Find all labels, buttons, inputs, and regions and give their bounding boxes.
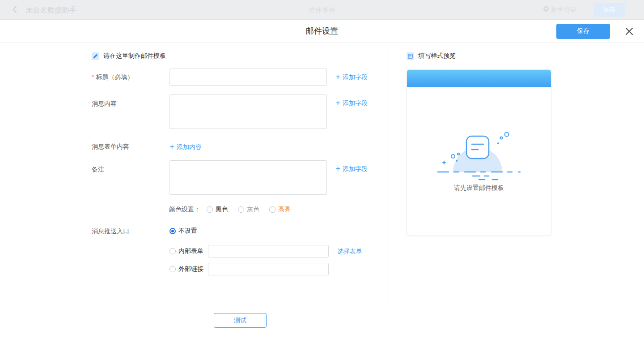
internal-form-input[interactable] xyxy=(208,245,329,257)
message-field-label: 消息内容 xyxy=(92,100,117,108)
app-topbar: 未命名数据助手 控件事件 新手引导 保存 xyxy=(0,0,644,20)
modal-header: 邮件设置 保存 xyxy=(0,20,644,43)
add-field-remark-link[interactable]: + 添加字段 xyxy=(335,164,368,173)
radio-icon[interactable] xyxy=(169,266,176,272)
radio-icon[interactable] xyxy=(207,206,213,213)
push-option-label[interactable]: 外部链接 xyxy=(178,265,203,273)
test-button[interactable]: 测试 xyxy=(214,313,267,328)
form-preview-icon xyxy=(407,52,414,60)
remark-textarea[interactable] xyxy=(169,160,327,195)
form-section-title: 请在这里制作邮件模板 xyxy=(103,52,166,60)
form-section-header: 请在这里制作邮件模板 xyxy=(92,52,166,60)
preview-section-header: 填写样式预览 xyxy=(407,52,456,60)
preview-section-title: 填写样式预览 xyxy=(418,52,456,60)
radio-icon[interactable] xyxy=(169,248,176,254)
save-button[interactable]: 保存 xyxy=(556,24,610,39)
title-input[interactable] xyxy=(169,69,327,86)
topbar-save-button[interactable]: 保存 xyxy=(593,3,625,17)
topbar-tab-events[interactable]: 控件事件 xyxy=(309,6,335,15)
color-option-highlight[interactable]: 高亮 xyxy=(269,206,291,214)
plus-icon: + xyxy=(335,99,340,107)
radio-selected-icon[interactable] xyxy=(169,228,176,234)
plus-icon: + xyxy=(169,143,174,151)
guide-link[interactable]: 新手引导 xyxy=(543,6,576,14)
push-option-external-link: 外部链接 xyxy=(169,263,329,275)
app-title: 未命名数据助手 xyxy=(26,6,76,15)
radio-icon[interactable] xyxy=(238,206,244,213)
pencil-icon xyxy=(92,52,99,60)
plus-icon: + xyxy=(335,73,340,81)
form-content-label: 消息表单内容 xyxy=(92,143,129,151)
add-field-title-link[interactable]: + 添加字段 xyxy=(335,73,368,82)
screen: 未命名数据助手 控件事件 新手引导 保存 邮件设置 保存 请在这里制作邮件模板 xyxy=(0,0,644,339)
column-divider xyxy=(389,47,389,303)
color-option-black[interactable]: 黑色 xyxy=(207,206,228,214)
preview-card-header xyxy=(407,70,551,87)
guide-label: 新手引导 xyxy=(551,6,576,14)
plus-icon: + xyxy=(335,165,340,173)
message-textarea[interactable] xyxy=(169,94,327,129)
empty-state-illustration xyxy=(434,128,524,182)
email-settings-modal: 邮件设置 保存 请在这里制作邮件模板 *标题（必填） + 添加字段 消息内容 + xyxy=(0,20,644,339)
push-option-none[interactable]: 不设置 xyxy=(169,227,197,235)
add-field-message-link[interactable]: + 添加字段 xyxy=(335,99,368,107)
color-option-gray[interactable]: 灰色 xyxy=(238,206,259,214)
pin-icon xyxy=(543,6,549,14)
external-link-input[interactable] xyxy=(208,263,329,275)
preview-empty-text: 请先设置邮件模板 xyxy=(407,184,551,192)
modal-title: 邮件设置 xyxy=(0,20,644,43)
preview-card: 请先设置邮件模板 xyxy=(407,69,551,236)
title-field-label: *标题（必填） xyxy=(92,73,133,82)
form-footer-divider xyxy=(92,303,389,303)
radio-icon[interactable] xyxy=(269,206,275,213)
push-entry-label: 消息推送入口 xyxy=(92,227,129,236)
color-setting-row: 颜色设置： 黑色 灰色 高亮 xyxy=(169,206,291,214)
back-icon[interactable] xyxy=(13,5,17,15)
required-mark: * xyxy=(92,73,94,81)
push-option-internal-form: 内部表单 选择表单 xyxy=(169,245,362,257)
color-setting-label: 颜色设置： xyxy=(169,206,200,214)
add-content-link[interactable]: + 添加内容 xyxy=(169,142,202,151)
push-option-label[interactable]: 内部表单 xyxy=(178,247,203,255)
select-form-link[interactable]: 选择表单 xyxy=(337,247,362,256)
close-icon[interactable] xyxy=(624,26,634,36)
remark-field-label: 备注 xyxy=(92,166,104,174)
